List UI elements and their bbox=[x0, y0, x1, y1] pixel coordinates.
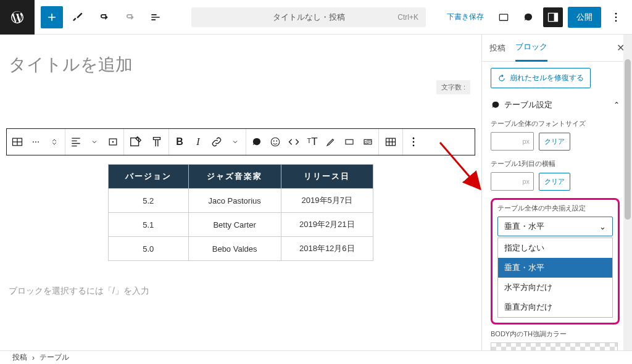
column-align-button[interactable] bbox=[104, 130, 122, 154]
svg-point-16 bbox=[271, 138, 280, 146]
shortcut-hint: Ctrl+K bbox=[397, 13, 418, 22]
table-block-icon[interactable] bbox=[8, 130, 27, 154]
color-swatch-transparent[interactable] bbox=[491, 342, 618, 350]
editor-canvas: タイトルを追加 文字数 : B I bbox=[0, 35, 481, 350]
svg-point-25 bbox=[413, 138, 415, 139]
save-draft-button[interactable]: 下書き保存 bbox=[442, 8, 489, 26]
chevron-down-icon[interactable] bbox=[85, 130, 104, 154]
font-size-icon[interactable]: TT bbox=[303, 130, 322, 154]
block-more-options-button[interactable] bbox=[404, 130, 423, 154]
character-count: 文字数 : bbox=[436, 80, 470, 94]
wordpress-logo[interactable] bbox=[0, 0, 35, 35]
table-settings-panel-header[interactable]: テーブル設定 ⌃ bbox=[491, 99, 620, 110]
preview-button[interactable] bbox=[494, 7, 514, 27]
select-parent-icon[interactable] bbox=[27, 130, 45, 154]
table-header[interactable]: バージョン bbox=[109, 165, 189, 189]
svg-point-27 bbox=[413, 145, 415, 147]
breadcrumb-post[interactable]: 投稿 bbox=[12, 352, 27, 363]
svg-rect-15 bbox=[131, 138, 139, 146]
breadcrumb: 投稿 › テーブル bbox=[0, 350, 632, 364]
table-row[interactable]: 5.2Jaco Pastorius2019年5月7日 bbox=[109, 189, 373, 213]
table-row[interactable]: 5.0Bebo Valdes2018年12月6日 bbox=[109, 237, 373, 261]
align-label: テーブル全体の中央揃え設定 bbox=[497, 204, 613, 213]
svg-rect-3 bbox=[554, 13, 558, 21]
tab-post[interactable]: 投稿 bbox=[489, 35, 505, 62]
table-edit-icon[interactable] bbox=[380, 130, 401, 154]
bold-button[interactable]: B bbox=[170, 130, 189, 154]
table-header[interactable]: ジャズ音楽家 bbox=[188, 165, 281, 189]
add-block-button[interactable] bbox=[41, 6, 63, 28]
block-toolbar: B I TT bbox=[6, 128, 475, 155]
table-style-button[interactable] bbox=[146, 130, 167, 154]
svg-rect-1 bbox=[499, 20, 507, 21]
svg-point-5 bbox=[615, 16, 617, 18]
font-size-input[interactable]: px bbox=[491, 132, 534, 151]
col1-width-label: テーブル1列目の横幅 bbox=[491, 159, 620, 168]
undo-button[interactable] bbox=[93, 6, 115, 28]
align-option-horizontal[interactable]: 水平方向だけ bbox=[498, 278, 612, 297]
clear-col1-width-button[interactable]: クリア bbox=[539, 173, 570, 191]
top-toolbar: タイトルなし・投稿 Ctrl+K 下書き保存 公開 bbox=[0, 0, 632, 35]
settings-sidebar-toggle[interactable] bbox=[543, 7, 563, 27]
scrollbar-thumb[interactable] bbox=[625, 59, 631, 220]
align-option-none[interactable]: 指定しない bbox=[498, 238, 612, 258]
svg-point-17 bbox=[273, 141, 275, 142]
redo-button[interactable] bbox=[118, 6, 141, 28]
breadcrumb-table[interactable]: テーブル bbox=[40, 352, 69, 363]
document-title-text: タイトルなし・投稿 bbox=[273, 12, 345, 23]
clear-font-size-button[interactable]: クリア bbox=[539, 133, 570, 151]
plugin-icon[interactable] bbox=[518, 7, 538, 27]
align-button[interactable] bbox=[67, 130, 85, 154]
align-select[interactable]: 垂直・水平 ⌄ bbox=[497, 217, 613, 236]
refresh-icon bbox=[497, 74, 506, 83]
move-handle-icon[interactable] bbox=[45, 130, 64, 154]
edit-mode-button[interactable] bbox=[67, 6, 89, 28]
settings-sidebar: 投稿 ブロック ✕ 崩れたセルを修復する テーブル設定 ⌃ テーブル全体のフォン… bbox=[481, 35, 632, 350]
post-title-placeholder[interactable]: タイトルを追加 bbox=[6, 53, 475, 83]
svg-rect-0 bbox=[499, 14, 507, 20]
svg-point-12 bbox=[38, 141, 39, 143]
table-row[interactable]: 5.1Betty Carter2019年2月21日 bbox=[109, 213, 373, 237]
col1-width-input[interactable]: px bbox=[491, 172, 534, 191]
svg-point-18 bbox=[276, 141, 277, 142]
publish-button[interactable]: 公開 bbox=[568, 7, 601, 28]
block-appender-prompt[interactable]: ブロックを選択するには「/」を入力 bbox=[6, 286, 475, 297]
speech-icon[interactable] bbox=[247, 130, 266, 154]
code-icon[interactable] bbox=[285, 130, 303, 154]
svg-point-26 bbox=[413, 141, 415, 143]
font-size-label: テーブル全体のフォントサイズ bbox=[491, 119, 620, 128]
more-format-chevron-icon[interactable] bbox=[226, 130, 244, 154]
chevron-up-icon: ⌃ bbox=[613, 101, 620, 109]
document-title-input[interactable]: タイトルなし・投稿 Ctrl+K bbox=[191, 7, 426, 27]
align-option-vertical[interactable]: 垂直方向だけ bbox=[498, 297, 612, 317]
border-icon[interactable] bbox=[340, 130, 359, 154]
edit-table-button[interactable] bbox=[125, 130, 146, 154]
svg-point-10 bbox=[33, 141, 34, 143]
center-align-setting-group: テーブル全体の中央揃え設定 垂直・水平 ⌄ 指定しない 垂直・水平 水平方向だけ… bbox=[491, 198, 620, 325]
align-option-both[interactable]: 垂直・水平 bbox=[498, 258, 612, 278]
body-th-color-label: BODY内のTH強調カラー bbox=[491, 329, 620, 339]
speech-icon bbox=[491, 100, 501, 110]
table-block[interactable]: バージョン ジャズ音楽家 リリース日 5.2Jaco Pastorius2019… bbox=[108, 164, 373, 261]
italic-button[interactable]: I bbox=[189, 130, 207, 154]
hatch-icon[interactable] bbox=[359, 130, 377, 154]
svg-point-11 bbox=[35, 141, 36, 143]
svg-rect-19 bbox=[346, 139, 353, 144]
svg-point-4 bbox=[615, 12, 617, 14]
breadcrumb-separator: › bbox=[32, 354, 35, 362]
svg-point-6 bbox=[615, 20, 617, 22]
svg-point-14 bbox=[112, 141, 114, 143]
restore-cells-button[interactable]: 崩れたセルを修復する bbox=[491, 68, 591, 88]
link-button[interactable] bbox=[207, 130, 226, 154]
table-header[interactable]: リリース日 bbox=[281, 165, 373, 189]
highlight-icon[interactable] bbox=[322, 130, 340, 154]
document-outline-button[interactable] bbox=[144, 6, 167, 28]
chevron-down-icon: ⌄ bbox=[599, 222, 606, 231]
emoji-icon[interactable] bbox=[266, 130, 285, 154]
tab-block[interactable]: ブロック bbox=[515, 35, 547, 62]
align-dropdown: 指定しない 垂直・水平 水平方向だけ 垂直方向だけ bbox=[497, 238, 613, 318]
more-options-button[interactable] bbox=[606, 7, 626, 27]
